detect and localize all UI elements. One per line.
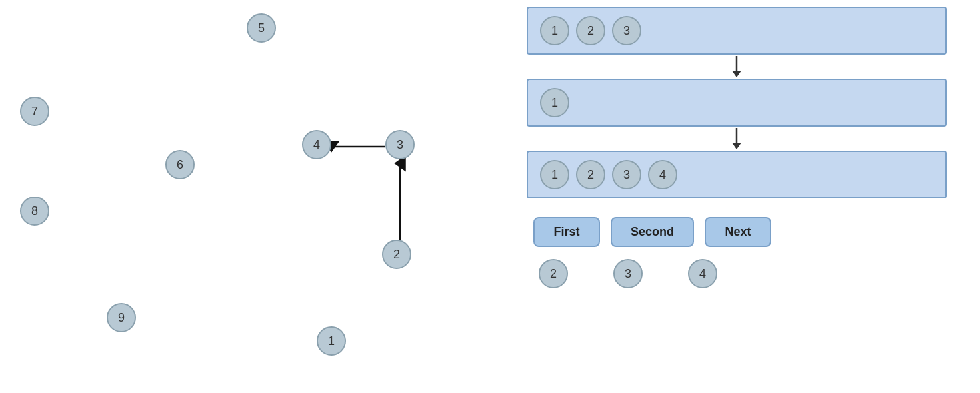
node-7: 7	[20, 97, 49, 126]
node-5: 5	[247, 13, 276, 43]
step1-node-1: 1	[540, 16, 569, 45]
labels-row: 2 3 4	[539, 259, 960, 288]
node-6: 6	[165, 150, 195, 179]
step2-box: 1	[527, 79, 947, 127]
step1-box: 1 2 3	[527, 7, 947, 55]
buttons-row: First Second Next	[533, 217, 960, 247]
arrow-down-2	[527, 127, 947, 151]
arrows-svg	[0, 0, 507, 393]
step3-box: 1 2 3 4	[527, 151, 947, 198]
svg-marker-5	[732, 143, 741, 149]
second-button[interactable]: Second	[611, 217, 694, 247]
node-4: 4	[302, 130, 331, 159]
graph-canvas: 5 7 6 8 4 3 2 9 1	[0, 0, 507, 393]
bottom-label-2: 2	[539, 259, 568, 288]
bottom-label-4: 4	[688, 259, 717, 288]
node-9: 9	[107, 303, 136, 332]
right-panel: 1 2 3 1 1 2 3 4 First Second Next 2 3 4	[527, 7, 960, 288]
node-2: 2	[382, 240, 411, 269]
step3-node-2: 2	[576, 160, 605, 189]
next-button[interactable]: Next	[705, 217, 771, 247]
step3-node-4: 4	[648, 160, 677, 189]
first-button[interactable]: First	[533, 217, 600, 247]
step3-node-1: 1	[540, 160, 569, 189]
node-1: 1	[317, 326, 346, 356]
node-3: 3	[385, 130, 415, 159]
step1-node-3: 3	[612, 16, 641, 45]
bottom-label-3: 3	[613, 259, 643, 288]
step1-node-2: 2	[576, 16, 605, 45]
svg-marker-3	[732, 71, 741, 77]
node-8: 8	[20, 196, 49, 226]
step2-node-1: 1	[540, 88, 569, 117]
arrow-down-1	[527, 55, 947, 79]
step3-node-3: 3	[612, 160, 641, 189]
